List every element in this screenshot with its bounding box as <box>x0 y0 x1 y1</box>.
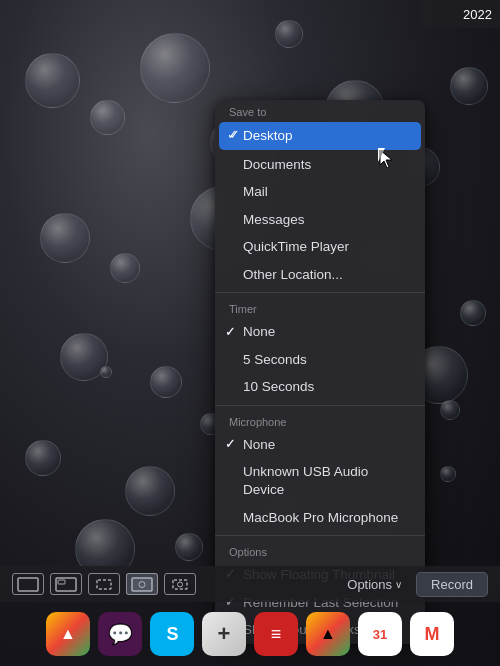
save-to-messages[interactable]: Messages <box>215 206 425 234</box>
svg-rect-3 <box>97 580 111 589</box>
save-to-documents[interactable]: Documents <box>215 151 425 179</box>
mic-none[interactable]: ✓ None <box>215 431 425 459</box>
timer-header: Timer <box>215 297 425 318</box>
save-to-mail[interactable]: Mail <box>215 178 425 206</box>
svg-rect-4 <box>132 578 152 591</box>
mic-macbook[interactable]: MacBook Pro Microphone <box>215 504 425 532</box>
skype-icon[interactable]: S <box>150 612 194 656</box>
divider-3 <box>215 535 425 536</box>
save-to-header: Save to <box>215 100 425 121</box>
dropdown-menu: Save to ✓ Desktop Documents Mail Message… <box>215 100 425 644</box>
options-header: Options <box>215 540 425 561</box>
timer-10s[interactable]: 10 Seconds <box>215 373 425 401</box>
year-display: 2022 <box>463 7 492 22</box>
check-icon: ✓ <box>229 127 240 144</box>
svg-rect-6 <box>173 580 187 589</box>
window-icon[interactable] <box>50 573 82 595</box>
save-to-desktop[interactable]: ✓ Desktop <box>219 122 421 150</box>
calendar-icon[interactable]: 31 <box>358 612 402 656</box>
video-fullscreen-icon[interactable] <box>126 573 158 595</box>
mic-usb[interactable]: Unknown USB Audio Device <box>215 458 425 503</box>
save-to-quicktime[interactable]: QuickTime Player <box>215 233 425 261</box>
microphone-header: Microphone <box>215 410 425 431</box>
options-button[interactable]: Options ∨ <box>339 574 410 595</box>
slack-icon[interactable]: 💬 <box>98 612 142 656</box>
record-button[interactable]: Record <box>416 572 488 597</box>
check-icon: ✓ <box>225 324 236 341</box>
save-to-other[interactable]: Other Location... <box>215 261 425 289</box>
divider-2 <box>215 405 425 406</box>
google-drive-icon[interactable]: ▲ <box>46 612 90 656</box>
gmail-icon[interactable]: M <box>410 612 454 656</box>
dock-bar: Options ∨ Record ▲ 💬 S + ≡ ▲ 31 M <box>0 566 500 666</box>
region-icon[interactable] <box>88 573 120 595</box>
timer-none[interactable]: ✓ None <box>215 318 425 346</box>
check-icon: ✓ <box>225 436 236 453</box>
svg-rect-0 <box>18 578 38 591</box>
svg-point-7 <box>178 582 183 587</box>
fullscreen-icon[interactable] <box>12 573 44 595</box>
svg-rect-2 <box>58 580 65 584</box>
app-icon[interactable]: ≡ <box>254 612 298 656</box>
video-region-icon[interactable] <box>164 573 196 595</box>
timer-5s[interactable]: 5 Seconds <box>215 346 425 374</box>
google-drive2-icon[interactable]: ▲ <box>306 612 350 656</box>
dock-icons-row: ▲ 💬 S + ≡ ▲ 31 M <box>0 602 500 666</box>
toolbar-row: Options ∨ Record <box>0 566 500 602</box>
menu-bar: 2022 <box>420 0 500 28</box>
crossover-icon[interactable]: + <box>202 612 246 656</box>
divider-1 <box>215 292 425 293</box>
